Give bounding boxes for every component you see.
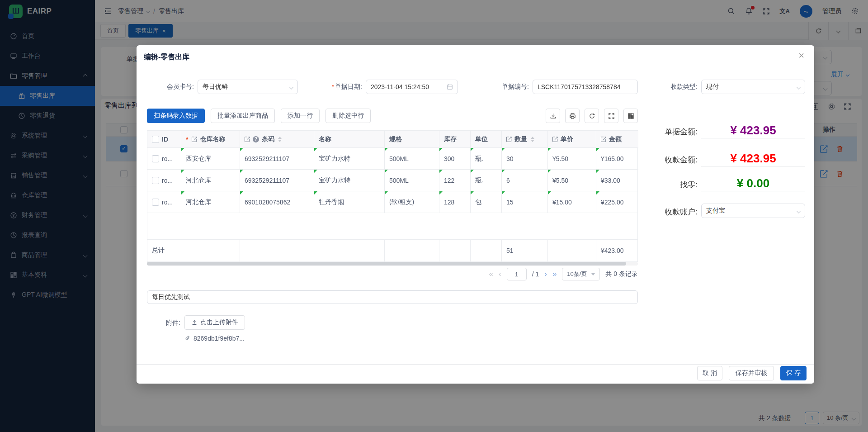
cell-price[interactable]: ¥5.50: [548, 170, 596, 191]
first-page-button[interactable]: «: [489, 270, 493, 279]
totals-row: 总计 51 ¥423.00: [147, 240, 637, 261]
save-and-audit-button[interactable]: 保存并审核: [729, 366, 774, 380]
header-warehouse[interactable]: *仓库名称: [181, 131, 240, 148]
records-total-label: 共 0 条记录: [605, 270, 638, 278]
print-icon[interactable]: [565, 109, 580, 123]
upload-attachment-button[interactable]: 点击上传附件: [184, 315, 245, 330]
select-all-checkbox[interactable]: [152, 136, 159, 143]
page-size-select[interactable]: 10条/页: [562, 268, 600, 280]
member-card-select[interactable]: 每日优鲜: [198, 80, 298, 94]
batch-add-button[interactable]: 批量添加出库商品: [211, 109, 275, 123]
header-price[interactable]: 单价: [548, 131, 596, 148]
payment-type-label: 收款类型:: [643, 83, 698, 91]
cell-value: ¥5.50: [552, 155, 568, 162]
last-page-button[interactable]: »: [552, 270, 557, 279]
header-barcode[interactable]: ?条码: [240, 131, 314, 148]
total-amount-cell: ¥423.00: [596, 240, 638, 261]
column-config-icon[interactable]: [623, 109, 638, 123]
required-mark: *: [332, 83, 334, 90]
refresh-icon[interactable]: [585, 109, 599, 123]
required-mark: *: [186, 136, 188, 143]
scrollbar-thumb[interactable]: [147, 262, 626, 266]
cell-value: 河北仓库: [186, 176, 211, 185]
cell-qty[interactable]: 30: [502, 148, 548, 170]
bill-date-label: *单据日期:: [317, 83, 362, 91]
row-checkbox[interactable]: [152, 177, 159, 184]
cell-spec: 500ML: [385, 170, 439, 191]
cell-amount[interactable]: ¥165.00: [596, 148, 638, 170]
cell-barcode[interactable]: 6932529211107: [240, 170, 314, 191]
cell-value: 30: [506, 155, 514, 162]
cell-amount[interactable]: ¥225.00: [596, 191, 638, 213]
cell-value: 河北仓库: [186, 198, 211, 206]
cell-barcode[interactable]: 6901028075862: [240, 191, 314, 213]
cell-warehouse[interactable]: 西安仓库: [181, 148, 240, 170]
payment-account-select[interactable]: 支付宝: [701, 204, 805, 218]
cell-value: ¥5.50: [552, 177, 568, 184]
cell-warehouse[interactable]: 河北仓库: [181, 170, 240, 191]
cancel-button[interactable]: 取 消: [697, 366, 722, 380]
cell-unit: 瓶.: [471, 148, 502, 170]
add-row-button[interactable]: 添加一行: [281, 109, 320, 123]
caret-down-icon: [591, 273, 595, 275]
prev-page-button[interactable]: ‹: [499, 270, 501, 279]
close-icon[interactable]: ×: [798, 51, 804, 61]
empty-cell: [385, 240, 439, 261]
row-checkbox[interactable]: [152, 155, 159, 162]
cell-unit: 瓶.: [471, 170, 502, 191]
empty-cell: [181, 240, 240, 261]
download-icon[interactable]: [546, 109, 560, 123]
next-page-button[interactable]: ›: [544, 270, 547, 279]
empty-row-filler: [147, 213, 637, 240]
empty-cell: [314, 240, 385, 261]
attachment-file-link[interactable]: 8269db1f9ef8b7...: [184, 335, 245, 342]
items-table-header: ID *仓库名称 ?条码 名称 规格 库存 单位 数量 单价 金额: [147, 131, 637, 148]
col-label: 单价: [561, 135, 573, 143]
received-amount-label: 收款金额:: [643, 155, 698, 165]
attachment-label: 附件:: [166, 319, 180, 327]
cell-value: ¥15.00: [552, 199, 572, 206]
cell-id: ro...: [147, 191, 181, 213]
payment-type-select[interactable]: 现付: [701, 80, 805, 94]
bill-number-input[interactable]: [533, 80, 638, 94]
col-label: 规格: [389, 135, 402, 143]
cell-amount[interactable]: ¥33.00: [596, 170, 638, 191]
cell-price[interactable]: ¥5.50: [548, 148, 596, 170]
cell-value: (软/粗支): [389, 198, 414, 206]
scan-barcode-button[interactable]: 扫条码录入数据: [147, 109, 205, 123]
header-qty[interactable]: 数量: [502, 131, 548, 148]
horizontal-scrollbar[interactable]: [147, 262, 638, 266]
cell-value: ro...: [162, 199, 173, 206]
cell-value: 宝矿力水特: [319, 155, 350, 163]
table-icon-group: [546, 109, 638, 123]
cell-value: ¥165.00: [601, 155, 624, 162]
cell-price[interactable]: ¥15.00: [548, 191, 596, 213]
sort-icon[interactable]: [531, 137, 534, 142]
cell-value: ¥423.00: [601, 247, 624, 254]
page-of-label: / 1: [532, 271, 539, 278]
edit-cell-icon: [552, 137, 558, 142]
row-checkbox[interactable]: [152, 199, 159, 206]
cell-qty[interactable]: 6: [502, 170, 548, 191]
page-input[interactable]: [507, 268, 527, 280]
delete-selected-rows-button[interactable]: 删除选中行: [326, 109, 371, 123]
cell-value: 牡丹香烟: [319, 198, 344, 206]
remark-input[interactable]: [147, 290, 638, 304]
received-amount-value: ¥ 423.95: [701, 151, 805, 166]
header-unit: 单位: [471, 131, 502, 148]
cell-barcode[interactable]: 6932529211107: [240, 148, 314, 170]
header-amount[interactable]: 金额: [596, 131, 638, 148]
col-label: ID: [162, 136, 168, 143]
chevron-down-icon: [289, 85, 294, 89]
payment-account-label: 收款账户:: [643, 207, 698, 217]
cell-value: 6901028075862: [245, 199, 290, 206]
fullscreen-table-icon[interactable]: [604, 109, 618, 123]
sort-icon[interactable]: [278, 137, 282, 142]
cell-value: 西安仓库: [186, 155, 211, 163]
save-button[interactable]: 保 存: [780, 366, 807, 380]
cell-qty[interactable]: 15: [502, 191, 548, 213]
bill-date-input[interactable]: 2023-11-04 15:24:50: [366, 80, 458, 94]
cell-warehouse[interactable]: 河北仓库: [181, 191, 240, 213]
cell-value: 51: [506, 247, 514, 254]
cell-value: ro...: [162, 177, 173, 184]
